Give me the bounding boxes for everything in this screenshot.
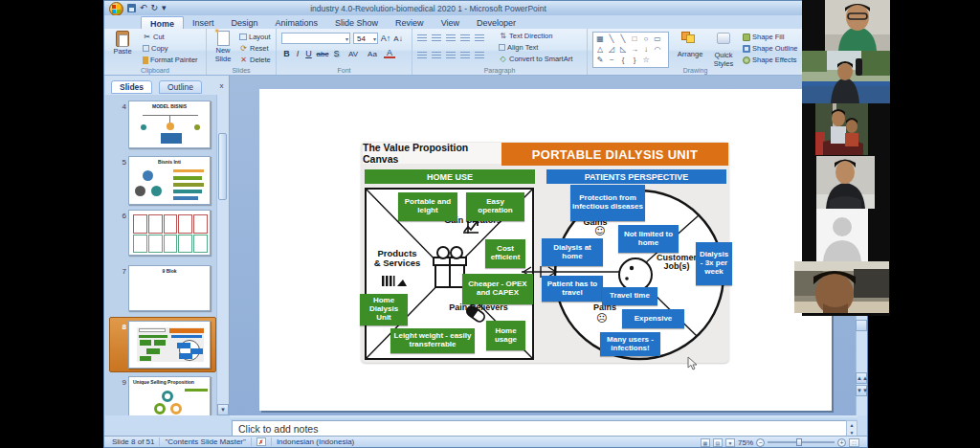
shrink-font-button[interactable]: A↓: [392, 33, 404, 45]
slide-thumbnail-7[interactable]: 9 Blok: [128, 265, 211, 311]
spellcheck-icon[interactable]: ✗: [256, 437, 266, 446]
align-text-button[interactable]: Align Text: [499, 42, 538, 53]
numbering-icon[interactable]: [432, 34, 441, 42]
slide-thumbnail-4[interactable]: MODEL BISNIS: [128, 101, 211, 148]
character-spacing-button[interactable]: AV: [345, 48, 361, 60]
new-slide-button[interactable]: New Slide: [209, 31, 237, 63]
shape-arrow-icon[interactable]: ╲: [617, 34, 629, 44]
line-spacing-icon[interactable]: [475, 34, 484, 42]
shape-curve-icon[interactable]: ~: [606, 55, 617, 65]
shape-oval-icon[interactable]: ○: [640, 34, 652, 44]
justify-icon[interactable]: [460, 52, 470, 59]
font-color-button[interactable]: A: [384, 48, 395, 58]
columns-icon[interactable]: [475, 52, 484, 59]
format-painter-button[interactable]: Format Painter: [143, 55, 198, 65]
grow-font-button[interactable]: A↑: [380, 33, 391, 45]
slide-thumbnail-8[interactable]: [128, 321, 211, 369]
shape-elbow-icon[interactable]: ◿: [606, 44, 617, 55]
thumbnail-scroll-thumb[interactable]: [218, 133, 227, 200]
thumbnail-scroll-down-icon[interactable]: ▼: [217, 404, 229, 415]
tab-review[interactable]: Review: [387, 16, 433, 29]
bold-button[interactable]: B: [281, 48, 292, 60]
font-size-combo[interactable]: 54▾: [353, 33, 378, 44]
text-shadow-button[interactable]: S: [331, 48, 342, 60]
tab-home[interactable]: Home: [141, 16, 184, 29]
tab-design[interactable]: Design: [223, 16, 267, 29]
italic-button[interactable]: I: [293, 48, 302, 60]
align-left-icon[interactable]: [417, 52, 427, 59]
layout-icon: [239, 34, 247, 40]
align-right-icon[interactable]: [446, 52, 456, 59]
tab-outline[interactable]: Outline: [159, 80, 202, 94]
font-name-combo[interactable]: ▾: [281, 33, 350, 44]
shape-right-arrow-icon[interactable]: →: [629, 44, 640, 55]
bullets-icon[interactable]: [417, 34, 427, 42]
change-case-button[interactable]: Aa: [365, 48, 380, 60]
zoom-in-icon[interactable]: +: [837, 438, 846, 447]
shape-outline-button[interactable]: Shape Outline: [743, 43, 798, 54]
slide-number-status[interactable]: Slide 8 of 51: [112, 437, 154, 446]
shape-freeform-icon[interactable]: ✎: [594, 55, 606, 65]
zoom-out-icon[interactable]: −: [756, 438, 765, 447]
slide-thumbnail-9[interactable]: Unique Selling Proposition: [128, 376, 211, 415]
zoom-slider-handle[interactable]: [796, 438, 802, 446]
arrange-button[interactable]: Arrange: [674, 31, 706, 58]
next-slide-icon[interactable]: ▼▼: [856, 385, 867, 396]
avatar-placeholder[interactable]: [816, 209, 868, 261]
zoom-slider[interactable]: [768, 441, 835, 443]
tab-animations[interactable]: Animations: [267, 16, 327, 29]
align-center-icon[interactable]: [432, 52, 441, 59]
text-direction-button[interactable]: ⇅ Text Direction: [499, 31, 552, 41]
shape-rounded-rect-icon[interactable]: ▭: [652, 34, 663, 44]
copy-button[interactable]: Copy: [143, 43, 168, 54]
shape-brace-left-icon[interactable]: {: [617, 55, 629, 65]
strikethrough-button[interactable]: abc: [315, 48, 330, 60]
tab-view[interactable]: View: [433, 16, 468, 29]
delete-button[interactable]: ✕ Delete: [239, 55, 271, 65]
tab-developer[interactable]: Developer: [468, 16, 524, 29]
shape-star-icon[interactable]: ☆: [640, 55, 652, 65]
increase-indent-icon[interactable]: [460, 34, 470, 42]
decrease-indent-icon[interactable]: [446, 34, 456, 42]
paste-button[interactable]: Paste: [108, 31, 137, 56]
slide-thumbnail-5[interactable]: Bisnis Inti: [128, 156, 211, 205]
participant-video-5[interactable]: [794, 261, 889, 313]
shape-rect-icon[interactable]: □: [629, 34, 640, 44]
reset-icon: ⟳: [239, 44, 248, 53]
shape-triangle-icon[interactable]: △: [594, 44, 606, 55]
cut-button[interactable]: ✂ Cut: [143, 32, 165, 42]
quick-styles-button[interactable]: Quick Styles: [708, 31, 739, 68]
tab-slide-show[interactable]: Slide Show: [326, 16, 387, 29]
language-status[interactable]: Indonesian (Indonesia): [277, 437, 354, 446]
shape-effects-button[interactable]: Shape Effects: [743, 55, 797, 65]
shape-picture-icon[interactable]: ▦: [594, 34, 606, 44]
shape-brace-right-icon[interactable]: }: [629, 55, 640, 65]
shape-down-arrow-icon[interactable]: ↓: [640, 44, 652, 55]
shape-fill-button[interactable]: Shape Fill: [743, 32, 784, 42]
shapes-gallery[interactable]: ▦ ╲ ╲ □ ○ ▭ △ ◿ ◺ → ↓ ◠: [592, 32, 669, 68]
participant-video-2[interactable]: [802, 51, 890, 103]
convert-smartart-button[interactable]: ◇ Convert to SmartArt: [499, 54, 572, 64]
slide-thumbnail-6[interactable]: [128, 210, 211, 256]
layout-button[interactable]: Layout: [239, 32, 271, 42]
normal-view-icon[interactable]: ▦: [701, 438, 710, 447]
underline-button[interactable]: U: [303, 48, 314, 60]
close-panel-icon[interactable]: x: [216, 81, 227, 92]
reset-button[interactable]: ⟳ Reset: [239, 43, 269, 54]
shape-line-icon[interactable]: ╲: [606, 34, 617, 44]
canvas-title: The Value Proposition Canvas: [363, 143, 501, 164]
slide-sorter-icon[interactable]: ▤: [713, 438, 723, 447]
participant-video-1[interactable]: [825, 0, 890, 51]
scroll-thumb[interactable]: [856, 320, 867, 331]
theme-status[interactable]: "Contents Slide Master": [165, 437, 245, 446]
new-slide-icon: [217, 31, 230, 46]
slideshow-view-icon[interactable]: ▼: [725, 438, 735, 447]
shape-elbow2-icon[interactable]: ◺: [617, 44, 629, 55]
previous-slide-icon[interactable]: ▲▲: [856, 372, 867, 384]
participant-video-3[interactable]: [815, 103, 868, 155]
fit-to-window-icon[interactable]: ⛶: [849, 438, 859, 447]
shape-arc-icon[interactable]: ◠: [652, 44, 663, 55]
participant-video-4[interactable]: [816, 156, 875, 209]
tab-slides-thumbnails[interactable]: Slides: [111, 80, 152, 94]
thumbnail-scrollbar[interactable]: ▼: [216, 95, 228, 415]
